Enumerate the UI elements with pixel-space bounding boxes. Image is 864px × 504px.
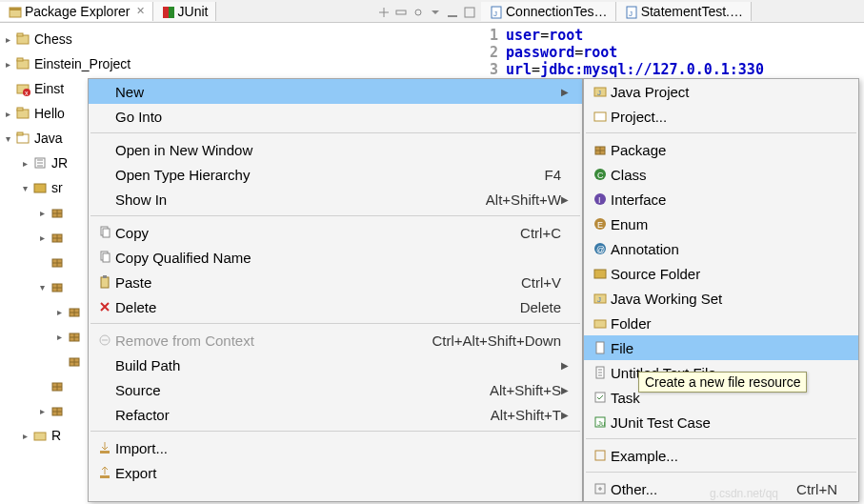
submenu-arrow-icon: ▶ xyxy=(561,87,573,97)
menu-item-package[interactable]: Package xyxy=(584,137,858,162)
project-icon xyxy=(590,109,611,124)
java-file-icon: J xyxy=(624,5,637,18)
menu-item-source-folder[interactable]: Source Folder xyxy=(584,261,858,286)
menu-item-copy[interactable]: CopyCtrl+C xyxy=(89,220,582,245)
link-editor-icon[interactable] xyxy=(376,5,390,18)
tree-label: Einstein_Project xyxy=(34,56,131,71)
new-submenu[interactable]: JJava ProjectProject...PackageCClassIInt… xyxy=(583,78,859,502)
folder-icon xyxy=(590,315,611,331)
code-line[interactable]: 1user=root xyxy=(481,27,864,44)
svg-rect-43 xyxy=(100,475,110,478)
menu-item-label: Annotation xyxy=(611,241,822,257)
import-icon xyxy=(94,440,115,455)
twisty-icon[interactable]: ▸ xyxy=(0,109,15,119)
svg-rect-40 xyxy=(103,275,107,278)
code-line[interactable]: 2password=root xyxy=(481,44,864,61)
twisty-icon[interactable]: ▸ xyxy=(34,406,50,416)
package-explorer-icon xyxy=(8,5,21,18)
twisty-icon[interactable]: ▾ xyxy=(34,282,50,292)
folder-icon xyxy=(32,428,48,443)
twisty-icon[interactable]: ▸ xyxy=(34,232,50,243)
svg-text:Ju: Ju xyxy=(597,419,605,428)
separator xyxy=(90,431,580,432)
twisty-icon[interactable]: ▸ xyxy=(0,34,15,45)
collapse-icon[interactable] xyxy=(393,5,407,18)
twisty-icon[interactable]: ▸ xyxy=(34,208,50,218)
twisty-icon[interactable]: ▸ xyxy=(0,59,15,70)
minimize-icon[interactable] xyxy=(445,5,458,18)
menu-item-new[interactable]: New▶ xyxy=(89,79,582,104)
maximize-icon[interactable] xyxy=(462,5,475,18)
menu-item-junit-test-case[interactable]: JuJUnit Test Case xyxy=(584,410,858,434)
junit-icon xyxy=(161,5,174,18)
package-icon xyxy=(50,403,65,418)
svg-rect-15 xyxy=(17,58,23,61)
twisty-icon[interactable]: ▾ xyxy=(17,183,32,193)
menu-item-project[interactable]: Project... xyxy=(584,104,858,129)
menu-item-java-project[interactable]: JJava Project xyxy=(584,79,858,104)
menu-item-open-in-new-window[interactable]: Open in New Window xyxy=(89,137,582,162)
java-file-icon: J xyxy=(489,5,502,18)
focus-icon[interactable] xyxy=(411,5,424,18)
remove-context-icon xyxy=(94,333,115,348)
menu-item-copy-qualified-name[interactable]: Copy Qualified Name xyxy=(89,245,582,270)
menu-item-open-type-hierarchy[interactable]: Open Type HierarchyF4 xyxy=(89,162,582,187)
context-menu[interactable]: New▶Go IntoOpen in New WindowOpen Type H… xyxy=(88,78,583,502)
menu-item-delete[interactable]: DeleteDelete xyxy=(89,294,582,319)
menu-item-refactor[interactable]: RefactorAlt+Shift+T▶ xyxy=(89,402,582,427)
menu-item-label: Interface xyxy=(611,192,822,208)
menu-item-import[interactable]: Import... xyxy=(89,435,582,460)
twisty-icon[interactable]: ▾ xyxy=(0,133,15,144)
twisty-icon[interactable]: ▸ xyxy=(51,307,67,317)
menu-item-java-working-set[interactable]: JJava Working Set xyxy=(584,286,858,311)
editor-tab-connection[interactable]: J ConnectionTes… xyxy=(481,2,616,21)
menu-item-accel: F4 xyxy=(544,167,561,183)
svg-rect-34 xyxy=(34,433,46,440)
left-tabstrip: Package Explorer ✕ JUnit xyxy=(0,0,481,23)
menu-item-label: Source Folder xyxy=(611,266,822,282)
close-icon[interactable]: ✕ xyxy=(136,5,145,17)
menu-item-label: Delete xyxy=(115,299,505,315)
tree-row[interactable]: ▸Einstein_Project xyxy=(0,51,481,76)
svg-rect-36 xyxy=(103,229,110,237)
tree-row[interactable]: ▸Chess xyxy=(0,27,481,51)
svg-text:J: J xyxy=(597,295,601,304)
menu-item-source[interactable]: SourceAlt+Shift+S▶ xyxy=(89,377,582,402)
source-folder-icon xyxy=(590,266,611,281)
tab-junit[interactable]: JUnit xyxy=(153,2,217,21)
twisty-icon[interactable]: ▸ xyxy=(17,431,32,441)
menu-item-file[interactable]: File xyxy=(584,335,858,360)
separator xyxy=(586,438,856,439)
menu-item-example[interactable]: Example... xyxy=(584,443,858,468)
menu-item-annotation[interactable]: @Annotation xyxy=(584,236,858,261)
package-icon xyxy=(50,205,65,220)
tree-label: sr xyxy=(51,180,63,195)
menu-item-class[interactable]: CClass xyxy=(584,162,858,187)
tab-label: JUnit xyxy=(178,4,209,19)
menu-item-paste[interactable]: PasteCtrl+V xyxy=(89,270,582,294)
menu-item-enum[interactable]: EEnum xyxy=(584,212,858,236)
tab-package-explorer[interactable]: Package Explorer ✕ xyxy=(0,2,153,21)
twisty-icon[interactable]: ▸ xyxy=(51,332,67,342)
view-menu-icon[interactable] xyxy=(428,5,441,18)
code-line[interactable]: 3url=jdbc:mysql://127.0.0.1:330 xyxy=(481,61,864,78)
menu-item-label: Open Type Hierarchy xyxy=(115,167,529,183)
menu-item-label: Class xyxy=(611,167,822,183)
twisty-icon[interactable]: ▸ xyxy=(17,158,32,169)
package-icon xyxy=(67,304,82,319)
menu-item-go-into[interactable]: Go Into xyxy=(89,104,582,129)
enum-icon: E xyxy=(590,216,611,232)
watermark: g.csdn.net/qq xyxy=(710,487,778,500)
menu-item-label: Folder xyxy=(611,315,822,332)
menu-item-interface[interactable]: IInterface xyxy=(584,187,858,212)
svg-rect-22 xyxy=(17,132,23,135)
svg-rect-7 xyxy=(465,8,474,17)
menu-item-remove-from-context: Remove from ContextCtrl+Alt+Shift+Down xyxy=(89,328,582,353)
menu-item-folder[interactable]: Folder xyxy=(584,311,858,335)
menu-item-show-in[interactable]: Show InAlt+Shift+W▶ xyxy=(89,187,582,212)
editor-tab-statement[interactable]: J StatementTest.… xyxy=(616,2,752,21)
package-icon xyxy=(50,230,65,245)
menu-item-build-path[interactable]: Build Path▶ xyxy=(89,353,582,377)
tab-label: StatementTest.… xyxy=(641,4,743,19)
menu-item-export[interactable]: Export xyxy=(89,460,582,485)
